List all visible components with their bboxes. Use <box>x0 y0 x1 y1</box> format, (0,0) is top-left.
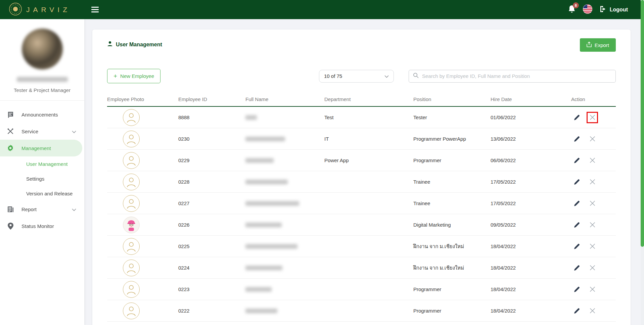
action-cell <box>571 133 616 145</box>
edit-button[interactable] <box>571 176 583 188</box>
table-row: 0224 ฝึกงาน จาก ม.เชียงใหม่ 18/04/2022 <box>107 257 616 279</box>
sidebar: Tester & Project Manager Announcements S… <box>0 19 84 325</box>
employee-id-cell: 0225 <box>178 243 245 249</box>
table-row: 0226 Digital Marketing 09/05/2022 <box>107 214 616 236</box>
page-size-select[interactable]: 10 of 75 <box>319 70 394 83</box>
menu-toggle-button[interactable] <box>91 7 99 12</box>
avatar <box>22 29 63 69</box>
column-header: Position <box>413 96 491 102</box>
table-row: 8888 Test Tester 01/06/2022 <box>107 107 616 128</box>
full-name-cell <box>245 266 324 270</box>
employee-id-cell: 0223 <box>178 286 245 292</box>
edit-button[interactable] <box>571 198 583 209</box>
chevron-down-icon <box>72 129 76 134</box>
redacted-name <box>245 115 257 120</box>
table-controls: + New Employee 10 of 75 <box>107 69 616 83</box>
tools-icon <box>7 128 14 135</box>
edit-button[interactable] <box>571 241 583 252</box>
sidebar-item-management[interactable]: Management <box>0 140 82 156</box>
delete-button[interactable] <box>587 133 598 145</box>
action-cell <box>571 305 616 317</box>
bell-icon <box>568 9 576 14</box>
redacted-name <box>245 180 288 184</box>
delete-button[interactable] <box>587 219 598 231</box>
action-cell <box>571 176 616 188</box>
sidebar-item-announcements[interactable]: Announcements <box>0 106 84 123</box>
hire-date-cell: 06/06/2022 <box>491 157 571 163</box>
employee-avatar <box>123 303 140 319</box>
employee-avatar <box>123 281 140 298</box>
export-button[interactable]: Export <box>580 38 616 52</box>
hire-date-cell: 17/05/2022 <box>491 179 571 185</box>
employee-avatar <box>123 195 140 212</box>
notifications-button[interactable]: 8 <box>568 5 576 15</box>
sidebar-item-status-monitor[interactable]: Status Monitor <box>0 218 84 234</box>
logout-icon <box>599 5 607 14</box>
hire-date-cell: 17/05/2022 <box>491 200 571 206</box>
sidebar-item-settings[interactable]: Settings <box>0 171 84 186</box>
employee-photo-cell <box>107 174 178 190</box>
position-cell: Programmer <box>413 286 491 292</box>
sidebar-item-label: Management <box>21 145 51 151</box>
employee-photo-cell <box>107 131 178 147</box>
chevron-down-icon <box>384 73 389 79</box>
column-header: Employee ID <box>178 96 245 102</box>
position-cell: Programmer <box>413 308 491 314</box>
edit-button[interactable] <box>571 284 583 295</box>
hire-date-cell: 09/05/2022 <box>491 222 571 228</box>
logout-button[interactable]: Logout <box>599 5 628 14</box>
edit-button[interactable] <box>571 133 583 145</box>
position-cell: ฝึกงาน จาก ม.เชียงใหม่ <box>413 242 491 250</box>
redacted-name <box>245 137 285 141</box>
scrollbar-thumb[interactable] <box>641 0 644 247</box>
delete-button[interactable] <box>587 284 598 295</box>
delete-button[interactable] <box>587 112 598 123</box>
profile-section: Tester & Project Manager <box>0 19 84 101</box>
table-body: 8888 Test Tester 01/06/2022 <box>107 107 616 322</box>
sidebar-item-version-and-release[interactable]: Version and Release <box>0 186 84 201</box>
table-row: 0228 Trainee 17/05/2022 <box>107 171 616 193</box>
position-cell: Tester <box>413 114 491 120</box>
full-name-cell <box>245 158 324 163</box>
table-header-row: Employee PhotoEmployee IDFull NameDepart… <box>107 92 616 107</box>
hire-date-cell: 18/04/2022 <box>491 286 571 292</box>
language-flag-button[interactable] <box>583 4 593 15</box>
page-title-label: User Management <box>116 42 162 48</box>
hire-date-cell: 18/04/2022 <box>491 308 571 314</box>
delete-button[interactable] <box>587 305 598 317</box>
search-input[interactable] <box>422 73 611 79</box>
sidebar-item-user-management[interactable]: User Management <box>0 156 84 171</box>
employee-photo-cell <box>107 195 178 212</box>
employee-id-cell: 0230 <box>178 136 245 142</box>
delete-button[interactable] <box>587 198 598 209</box>
logout-label: Logout <box>610 7 628 13</box>
edit-button[interactable] <box>571 219 583 231</box>
edit-button[interactable] <box>571 155 583 166</box>
page-title: User Management <box>107 41 616 48</box>
topbar: JARVIZ 8 <box>0 0 644 19</box>
redacted-name <box>245 287 272 292</box>
edit-button[interactable] <box>571 112 583 123</box>
delete-button[interactable] <box>587 176 598 188</box>
employee-photo-cell <box>107 152 178 169</box>
scrollbar-track[interactable] <box>641 0 644 325</box>
employee-avatar <box>123 217 140 233</box>
action-cell <box>571 112 616 123</box>
profile-name-redacted <box>17 77 68 82</box>
employee-avatar <box>123 131 140 147</box>
sidebar-item-report[interactable]: Report <box>0 201 84 218</box>
delete-button[interactable] <box>587 155 598 166</box>
delete-button[interactable] <box>587 241 598 252</box>
delete-button[interactable] <box>587 262 598 274</box>
edit-button[interactable] <box>571 305 583 317</box>
edit-button[interactable] <box>571 262 583 274</box>
new-employee-button[interactable]: + New Employee <box>107 69 160 83</box>
employee-avatar <box>123 109 140 126</box>
sidebar-item-service[interactable]: Service <box>0 123 84 140</box>
department-cell: Test <box>324 114 413 120</box>
position-cell: Trainee <box>413 200 491 206</box>
column-header: Action <box>571 96 616 102</box>
export-label: Export <box>595 42 609 48</box>
employee-photo-cell <box>107 238 178 255</box>
employee-id-cell: 0224 <box>178 265 245 271</box>
